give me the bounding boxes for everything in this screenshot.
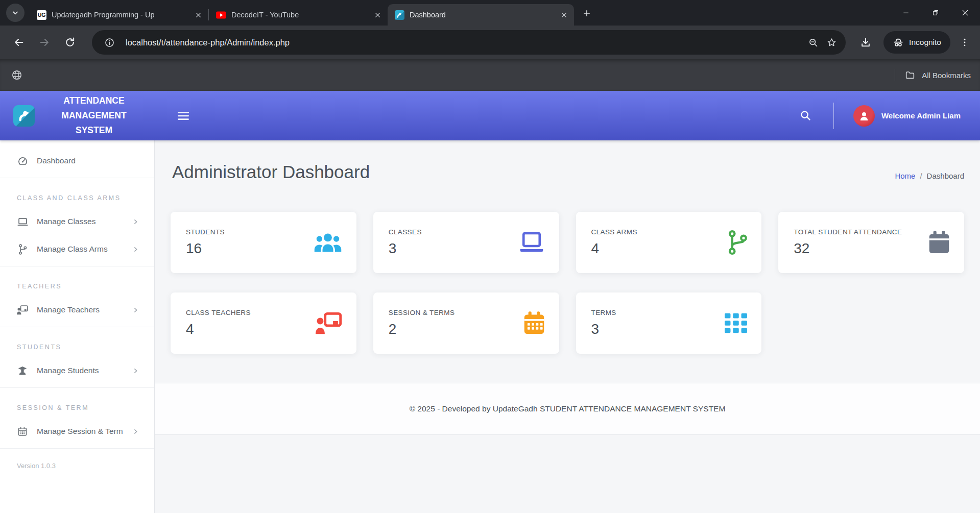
incognito-badge[interactable]: Incognito (883, 31, 950, 54)
chalkboard-teacher-icon (316, 312, 342, 334)
divider (0, 448, 154, 449)
tab-close-icon[interactable] (372, 10, 383, 20)
folder-icon (904, 69, 916, 81)
footer: © 2025 - Developed by UpdateGadh STUDENT… (155, 383, 980, 435)
all-bookmarks-label: All Bookmarks (922, 71, 971, 80)
incognito-label: Incognito (909, 38, 941, 47)
sidebar-section-students: STUDENTS (0, 337, 154, 357)
browser-window: UG Updategadh Programming - Up DecodeIT … (0, 0, 980, 513)
breadcrumb: Home / Dashboard (895, 172, 964, 183)
browser-toolbar: localhost/t/attendance-php/Admin/index.p… (0, 26, 980, 59)
users-icon (314, 232, 342, 253)
minimize-button[interactable] (891, 0, 921, 26)
plus-icon (582, 9, 591, 18)
card-text: CLASS ARMS 4 (591, 228, 637, 257)
chevron-right-icon (132, 307, 139, 313)
laptop-icon (17, 216, 28, 227)
sidebar-item-dashboard[interactable]: Dashboard (0, 147, 154, 175)
sidebar-item-manage-classes[interactable]: Manage Classes (0, 208, 154, 235)
site-info-icon[interactable] (100, 33, 118, 52)
brand-logo-icon (13, 105, 35, 127)
tab-youtube[interactable]: DecodeIT - YouTube (209, 4, 388, 26)
card-text: TERMS 3 (591, 309, 616, 337)
card-class-teachers[interactable]: CLASS TEACHERS 4 (171, 292, 356, 354)
sidebar-item-manage-teachers[interactable]: Manage Teachers (0, 296, 154, 324)
tab-title: Updategadh Programming - Up (52, 11, 188, 19)
card-text: SESSION & TERMS 2 (389, 309, 455, 337)
tab-close-icon[interactable] (193, 10, 203, 20)
chalkboard-teacher-icon (17, 305, 28, 315)
header-divider (833, 103, 834, 129)
forward-button[interactable] (32, 30, 57, 55)
card-value: 32 (794, 240, 902, 257)
version-label: Version 1.0.3 (0, 462, 154, 470)
sidebar: Dashboard CLASS AND CLASS ARMS Manage Cl… (0, 140, 155, 513)
card-text: TOTAL STUDENT ATTENDANCE 32 (794, 228, 902, 257)
search-button[interactable] (796, 106, 816, 126)
sidebar-toggle-button[interactable] (177, 111, 189, 121)
search-icon (800, 110, 811, 121)
tab-dashboard-active[interactable]: Dashboard (388, 4, 574, 26)
sidebar-item-label: Manage Teachers (37, 305, 124, 314)
youtube-favicon (216, 10, 226, 20)
card-value: 3 (389, 240, 422, 257)
globe-bookmark-icon[interactable] (9, 67, 25, 83)
code-branch-icon (728, 230, 747, 255)
header-right: Welcome Admin Liam (796, 103, 980, 129)
card-label: SESSION & TERMS (389, 309, 455, 316)
user-icon (858, 110, 870, 122)
new-tab-button[interactable] (579, 6, 594, 21)
browser-menu-button[interactable] (954, 31, 975, 54)
tab-updategadh[interactable]: UG Updategadh Programming - Up (30, 4, 208, 26)
reload-button[interactable] (57, 30, 83, 55)
card-class-arms[interactable]: CLASS ARMS 4 (576, 212, 762, 273)
breadcrumb-home-link[interactable]: Home (895, 172, 915, 180)
card-text: STUDENTS 16 (186, 228, 225, 257)
restore-button[interactable] (921, 0, 950, 26)
calendar-icon (928, 231, 950, 254)
card-session-terms[interactable]: SESSION & TERMS 2 (373, 292, 559, 354)
all-bookmarks-button[interactable]: All Bookmarks (895, 69, 971, 81)
page-head: Administrator Dashboard Home / Dashboard (155, 140, 980, 183)
card-value: 2 (389, 321, 455, 337)
back-button[interactable] (6, 30, 32, 55)
close-window-button[interactable] (950, 0, 980, 26)
card-label: STUDENTS (186, 228, 225, 236)
card-terms[interactable]: TERMS 3 (576, 292, 762, 354)
zoom-out-icon[interactable] (804, 33, 822, 52)
footer-text: © 2025 - Developed by UpdateGadh STUDENT… (410, 404, 726, 413)
laptop-icon (518, 232, 545, 253)
tab-search-button[interactable] (6, 4, 25, 22)
sidebar-item-manage-session-term[interactable]: Manage Session & Term (0, 418, 154, 445)
window-controls (891, 0, 980, 26)
divider (0, 178, 154, 178)
breadcrumb-separator: / (920, 172, 922, 180)
card-students[interactable]: STUDENTS 16 (171, 212, 356, 273)
brand-title: ATTENDANCE MANAGEMENT SYSTEM (41, 93, 147, 138)
avatar[interactable] (853, 105, 875, 127)
chevron-right-icon (132, 246, 139, 253)
address-bar[interactable]: localhost/t/attendance-php/Admin/index.p… (92, 30, 846, 55)
sidebar-item-manage-students[interactable]: Manage Students (0, 357, 154, 384)
sidebar-item-manage-class-arms[interactable]: Manage Class Arms (0, 235, 154, 263)
chevron-right-icon (132, 428, 139, 435)
sidebar-section-session-term: SESSION & TERM (0, 398, 154, 418)
bookmark-star-icon[interactable] (822, 33, 841, 52)
hamburger-icon (177, 111, 189, 121)
tab-title: Dashboard (410, 11, 554, 19)
chevron-right-icon (132, 368, 139, 374)
sidebar-section-teachers: TEACHERS (0, 277, 154, 296)
card-label: CLASS TEACHERS (186, 309, 251, 316)
dashboard-favicon (395, 10, 404, 20)
tab-close-icon[interactable] (559, 10, 569, 20)
url-text[interactable]: localhost/t/attendance-php/Admin/index.p… (126, 38, 804, 47)
app-header: ATTENDANCE MANAGEMENT SYSTEM Welc (0, 91, 980, 140)
card-classes[interactable]: CLASSES 3 (373, 212, 559, 273)
incognito-icon (893, 37, 904, 48)
welcome-text[interactable]: Welcome Admin Liam (881, 111, 961, 120)
brand[interactable]: ATTENDANCE MANAGEMENT SYSTEM (0, 93, 155, 138)
sidebar-section-class-and-class-arms: CLASS AND CLASS ARMS (0, 188, 154, 208)
downloads-button[interactable] (853, 30, 878, 55)
card-total-student-attendance[interactable]: TOTAL STUDENT ATTENDANCE 32 (778, 212, 964, 273)
grid-icon (725, 313, 747, 333)
